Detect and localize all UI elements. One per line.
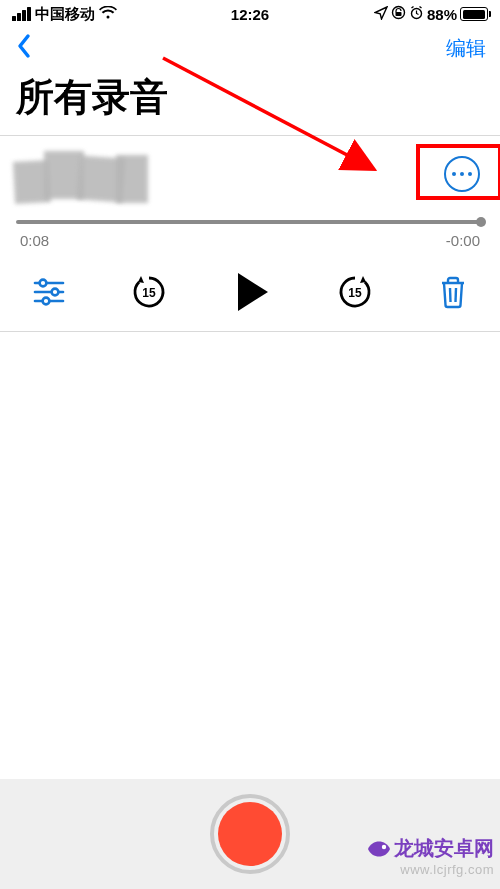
delete-button[interactable] xyxy=(438,275,468,309)
svg-line-12 xyxy=(456,288,457,302)
svg-point-14 xyxy=(382,844,386,848)
playback-controls: 15 15 xyxy=(14,249,486,331)
forward-15-button[interactable]: 15 xyxy=(336,273,374,311)
record-button[interactable] xyxy=(210,794,290,874)
edit-button[interactable]: 编辑 xyxy=(446,35,486,62)
svg-text:15: 15 xyxy=(348,286,362,300)
divider xyxy=(0,331,500,332)
battery-pct-label: 88% xyxy=(427,6,457,23)
play-button[interactable] xyxy=(232,271,272,313)
elapsed-time: 0:08 xyxy=(20,232,49,249)
recording-title-censored xyxy=(14,143,154,205)
watermark-url: www.lcjrfg.com xyxy=(366,862,494,877)
recording-item[interactable]: 0:08 -0:00 15 xyxy=(0,136,500,331)
scrubber-thumb[interactable] xyxy=(476,217,486,227)
battery-icon xyxy=(460,7,488,21)
carrier-label: 中国移动 xyxy=(35,5,95,24)
annotation-highlight-box xyxy=(416,144,500,200)
signal-icon xyxy=(12,7,31,21)
watermark: 龙城安卓网 www.lcjrfg.com xyxy=(366,835,494,877)
svg-line-11 xyxy=(450,288,451,302)
rotation-lock-icon xyxy=(391,5,406,23)
nav-bar: 编辑 xyxy=(0,28,500,68)
status-bar: 中国移动 12:26 88% xyxy=(0,0,500,28)
svg-point-4 xyxy=(40,280,47,287)
scrubber[interactable]: 0:08 -0:00 xyxy=(14,212,486,249)
options-button[interactable] xyxy=(32,277,66,307)
wifi-icon xyxy=(99,6,117,23)
svg-rect-1 xyxy=(395,12,401,16)
page-title: 所有录音 xyxy=(0,68,500,135)
rewind-15-button[interactable]: 15 xyxy=(130,273,168,311)
alarm-icon xyxy=(409,5,424,23)
svg-point-8 xyxy=(43,298,50,305)
svg-text:15: 15 xyxy=(142,286,156,300)
location-icon xyxy=(374,6,388,23)
remaining-time: -0:00 xyxy=(446,232,480,249)
watermark-brand: 龙城安卓网 xyxy=(394,835,494,862)
back-button[interactable] xyxy=(14,32,34,64)
clock-label: 12:26 xyxy=(231,6,269,23)
svg-point-6 xyxy=(52,289,59,296)
